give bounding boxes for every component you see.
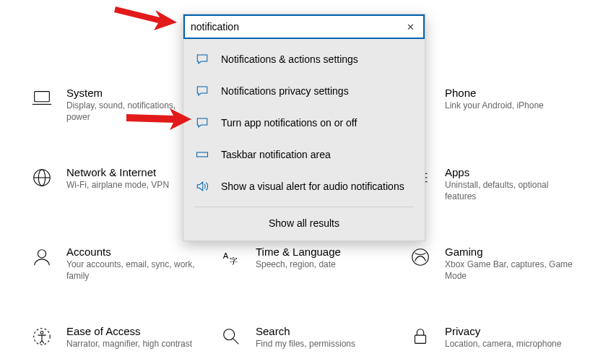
- category-search[interactable]: Search Find my files, permissions: [211, 311, 400, 364]
- category-title: Time & Language: [256, 246, 341, 258]
- result-notifications-privacy[interactable]: Notifications privacy settings: [183, 75, 425, 107]
- svg-rect-18: [415, 335, 426, 343]
- svg-rect-19: [197, 152, 208, 157]
- speech-bubble-icon: [195, 52, 209, 66]
- ease-of-access-icon: [29, 324, 55, 350]
- category-subtitle: Your accounts, email, sync, work, family: [66, 259, 196, 282]
- annotation-arrow-2: [123, 101, 202, 137]
- volume-icon: [195, 179, 209, 194]
- category-subtitle: Location, camera, microphone: [445, 339, 561, 350]
- svg-rect-0: [35, 92, 50, 102]
- category-title: Ease of Access: [66, 325, 192, 337]
- category-subtitle: Xbox Game Bar, captures, Game Mode: [445, 259, 575, 282]
- category-subtitle: Narrator, magnifier, high contrast: [66, 339, 192, 350]
- category-title: Phone: [445, 87, 544, 99]
- result-label: Turn app notifications on or off: [221, 117, 357, 129]
- speech-bubble-icon: [195, 84, 209, 98]
- svg-point-16: [224, 329, 235, 340]
- xbox-icon: [407, 244, 433, 270]
- clear-search-button[interactable]: ✕: [403, 20, 417, 34]
- category-title: Apps: [445, 166, 575, 178]
- show-all-results[interactable]: Show all results: [183, 207, 425, 240]
- taskbar-icon: [195, 147, 209, 162]
- category-ease-of-access[interactable]: Ease of Access Narrator, magnifier, high…: [22, 311, 211, 364]
- search-icon: [218, 324, 244, 350]
- svg-point-10: [38, 250, 46, 258]
- category-phone[interactable]: Phone Link your Android, iPhone: [400, 72, 589, 152]
- category-subtitle: Uninstall, defaults, optional features: [445, 180, 575, 202]
- svg-text:字: 字: [230, 256, 238, 265]
- result-turn-app-notifications[interactable]: Turn app notifications on or off: [183, 107, 425, 139]
- svg-marker-20: [114, 6, 177, 30]
- result-notifications-actions[interactable]: Notifications & actions settings: [183, 43, 425, 75]
- lock-icon: [407, 324, 433, 350]
- category-title: Accounts: [66, 246, 196, 258]
- category-title: Search: [256, 325, 355, 337]
- category-subtitle: Wi-Fi, airplane mode, VPN: [66, 180, 169, 191]
- svg-line-17: [233, 339, 239, 344]
- search-input[interactable]: [191, 21, 403, 32]
- result-visual-alert-audio[interactable]: Show a visual alert for audio notificati…: [183, 170, 425, 202]
- category-title: Privacy: [445, 325, 561, 337]
- category-gaming[interactable]: Gaming Xbox Game Bar, captures, Game Mod…: [400, 231, 589, 311]
- category-title: Gaming: [445, 246, 575, 258]
- category-title: System: [66, 87, 196, 99]
- category-subtitle: Link your Android, iPhone: [445, 100, 544, 112]
- result-label: Taskbar notification area: [221, 149, 331, 160]
- svg-text:A: A: [223, 251, 229, 260]
- globe-icon: [29, 165, 55, 191]
- search-results: Notifications & actions settings Notific…: [183, 39, 425, 240]
- search-dropdown: ✕ Notifications & actions settings Notif…: [183, 14, 425, 241]
- category-accounts[interactable]: Accounts Your accounts, email, sync, wor…: [22, 231, 211, 311]
- search-box[interactable]: ✕: [183, 14, 425, 39]
- category-subtitle: Find my files, permissions: [256, 339, 355, 350]
- category-time-language[interactable]: A字 Time & Language Speech, region, date: [211, 231, 400, 311]
- category-apps[interactable]: Apps Uninstall, defaults, optional featu…: [400, 152, 589, 231]
- time-language-icon: A字: [218, 244, 244, 270]
- category-privacy[interactable]: Privacy Location, camera, microphone: [400, 311, 589, 364]
- category-subtitle: Speech, region, date: [256, 259, 341, 271]
- svg-marker-21: [126, 108, 191, 130]
- svg-point-15: [40, 332, 43, 334]
- result-label: Notifications & actions settings: [221, 53, 358, 65]
- result-label: Notifications privacy settings: [221, 85, 349, 97]
- person-icon: [29, 244, 55, 270]
- category-title: Network & Internet: [66, 166, 169, 178]
- laptop-icon: [29, 85, 55, 111]
- result-taskbar-notification-area[interactable]: Taskbar notification area: [183, 139, 425, 170]
- svg-point-13: [412, 249, 429, 266]
- annotation-arrow-1: [108, 0, 195, 40]
- result-label: Show a visual alert for audio notificati…: [221, 181, 404, 192]
